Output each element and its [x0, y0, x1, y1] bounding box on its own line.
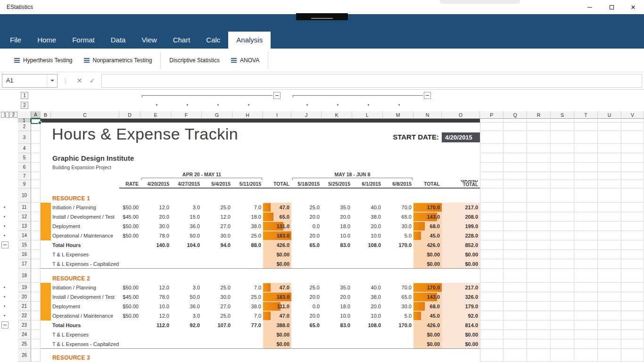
- cell-U19[interactable]: [598, 283, 621, 292]
- cell-A14[interactable]: [31, 231, 41, 240]
- cell-B26[interactable]: [41, 349, 51, 362]
- cell-Q11[interactable]: [504, 203, 527, 212]
- cell-S16[interactable]: [551, 250, 574, 259]
- cell-Q13[interactable]: [504, 222, 527, 231]
- cell-T26[interactable]: [574, 349, 598, 362]
- cell-C3[interactable]: [51, 131, 119, 144]
- cell-G1[interactable]: [202, 119, 232, 123]
- cell-I4[interactable]: [263, 144, 291, 153]
- cell-U20[interactable]: [598, 292, 621, 302]
- cell-G22[interactable]: 25.0: [202, 311, 232, 321]
- cell-S9[interactable]: [551, 180, 574, 189]
- cell-F15[interactable]: 104.0: [171, 240, 202, 250]
- row-header-25[interactable]: 25: [18, 339, 31, 349]
- cell-S19[interactable]: [551, 283, 574, 292]
- cell-E18[interactable]: [140, 269, 171, 283]
- row-header-1[interactable]: 1: [18, 119, 31, 123]
- cell-R14[interactable]: [527, 231, 551, 240]
- column-header-C[interactable]: C: [51, 111, 119, 119]
- column-header-V[interactable]: V: [621, 111, 644, 119]
- cell-E4[interactable]: [140, 144, 171, 153]
- cell-P20[interactable]: [480, 292, 504, 302]
- cell-I16[interactable]: $0.00: [263, 250, 291, 259]
- cell-E1[interactable]: [140, 119, 171, 123]
- cell-H7[interactable]: [232, 172, 263, 180]
- cell-C1[interactable]: [51, 119, 119, 123]
- cell-G20[interactable]: 30.0: [202, 292, 232, 302]
- cell-C19[interactable]: Initiation / Planning: [51, 283, 119, 292]
- close-button[interactable]: ✕: [622, 0, 644, 14]
- cell-G5[interactable]: [202, 153, 232, 163]
- cell-C10[interactable]: RESOURCE 1: [51, 189, 119, 203]
- cell-L17[interactable]: [352, 259, 383, 269]
- cell-U4[interactable]: [598, 144, 621, 153]
- cell-I13[interactable]: 131.0: [263, 222, 291, 231]
- cell-C17[interactable]: T & L Expenses - Capitalized: [51, 259, 119, 269]
- cell-T14[interactable]: [574, 231, 598, 240]
- cell-V5[interactable]: [621, 153, 644, 163]
- cell-S17[interactable]: [551, 259, 574, 269]
- cell-N4[interactable]: [413, 144, 442, 153]
- cell-P25[interactable]: [480, 339, 504, 349]
- cell-O4[interactable]: [442, 144, 480, 153]
- cell-J9[interactable]: 5/18/2015: [291, 180, 322, 189]
- cell-V15[interactable]: [621, 240, 644, 250]
- cell-K21[interactable]: 18.0: [322, 302, 352, 311]
- cell-M7[interactable]: [383, 172, 413, 180]
- cell-R20[interactable]: [527, 292, 551, 302]
- cell-F4[interactable]: [171, 144, 202, 153]
- cell-O12[interactable]: 208.0: [442, 212, 480, 222]
- cell-I24[interactable]: $0.00: [263, 330, 291, 339]
- toolbar-button-anova[interactable]: ANOVA: [225, 53, 265, 67]
- cell-D5[interactable]: [119, 153, 140, 163]
- cell-H22[interactable]: 7.0: [232, 311, 263, 321]
- cell-C21[interactable]: Deployment: [51, 302, 119, 311]
- cell-N18[interactable]: [413, 269, 442, 283]
- cell-E2[interactable]: [140, 123, 171, 131]
- cell-B22[interactable]: [41, 311, 51, 321]
- cell-J24[interactable]: [291, 330, 322, 339]
- cell-V2[interactable]: [621, 123, 644, 131]
- cell-F1[interactable]: [171, 119, 202, 123]
- cell-Q6[interactable]: [504, 163, 527, 172]
- cell-K7[interactable]: [322, 172, 352, 180]
- cell-S11[interactable]: [551, 203, 574, 212]
- row-header-6[interactable]: 6: [18, 163, 31, 172]
- cell-K1[interactable]: [322, 119, 352, 123]
- cell-F24[interactable]: [171, 330, 202, 339]
- cell-T24[interactable]: [574, 330, 598, 339]
- cell-P21[interactable]: [480, 302, 504, 311]
- cell-U25[interactable]: [598, 339, 621, 349]
- cell-A24[interactable]: [31, 330, 41, 339]
- cell-N15[interactable]: 426.0: [413, 240, 442, 250]
- cell-L2[interactable]: [352, 123, 383, 131]
- chevron-down-icon[interactable]: [47, 74, 57, 87]
- cell-K11[interactable]: 35.0: [322, 203, 352, 212]
- cell-H14[interactable]: 25.0: [232, 231, 263, 240]
- cell-U10[interactable]: [598, 189, 621, 203]
- cell-O26[interactable]: [442, 349, 480, 362]
- cell-U5[interactable]: [598, 153, 621, 163]
- cell-A1[interactable]: [31, 119, 41, 123]
- cell-H15[interactable]: 88.0: [232, 240, 263, 250]
- cell-L5[interactable]: [352, 153, 383, 163]
- cell-F9[interactable]: 4/27/2015: [171, 180, 202, 189]
- cell-E25[interactable]: [140, 339, 171, 349]
- cell-P11[interactable]: [480, 203, 504, 212]
- cell-J6[interactable]: [291, 163, 322, 172]
- cell-B23[interactable]: [41, 321, 51, 330]
- cell-S26[interactable]: [551, 349, 574, 362]
- cell-J10[interactable]: [291, 189, 322, 203]
- cell-T7[interactable]: [574, 172, 598, 180]
- cell-A11[interactable]: [31, 203, 41, 212]
- cell-B12[interactable]: [41, 212, 51, 222]
- cell-P17[interactable]: [480, 259, 504, 269]
- cell-M25[interactable]: [383, 339, 413, 349]
- cell-K16[interactable]: [322, 250, 352, 259]
- cell-D17[interactable]: [119, 259, 140, 269]
- cell-Q9[interactable]: [504, 180, 527, 189]
- cell-L7[interactable]: [352, 172, 383, 180]
- cell-O6[interactable]: [442, 163, 480, 172]
- cell-B19[interactable]: [41, 283, 51, 292]
- cell-A9[interactable]: [31, 180, 41, 189]
